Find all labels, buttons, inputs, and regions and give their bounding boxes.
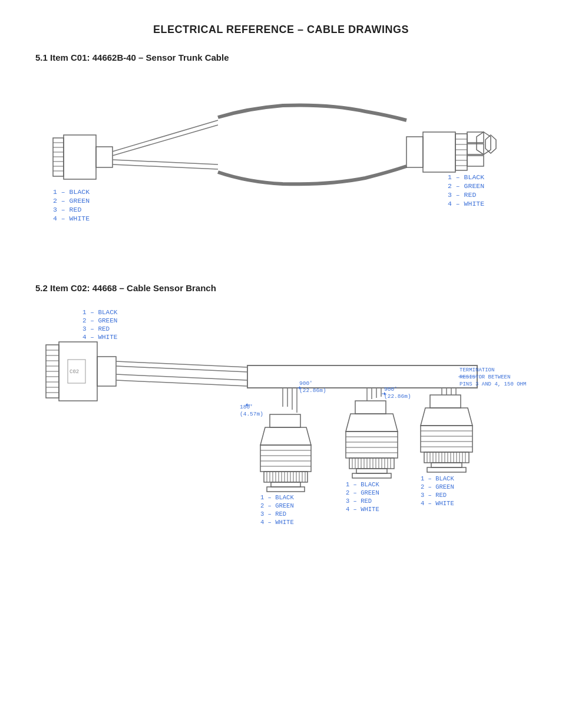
svg-marker-88 [260,427,311,445]
svg-text:1  –  BLACK: 1 – BLACK [346,481,379,488]
svg-rect-133 [356,469,387,473]
svg-text:1  –  BLACK: 1 – BLACK [260,494,294,501]
section-2-heading: 5.2 Item C02: 44668 – Cable Sensor Branc… [35,283,527,293]
svg-text:2  –  GREEN: 2 – GREEN [82,317,117,324]
svg-rect-15 [423,132,455,172]
svg-text:3  –  RED: 3 – RED [82,325,110,332]
svg-rect-8 [64,135,96,179]
svg-text:4  –  WHITE: 4 – WHITE [448,200,484,207]
svg-rect-94 [264,472,308,482]
svg-line-55 [116,366,247,372]
svg-rect-137 [421,426,472,452]
section-1-diagram: 1 – BLACK 2 – GREEN 3 – RED 4 – WHITE 1 … [35,73,527,262]
svg-line-11 [113,125,218,156]
svg-rect-87 [270,414,300,427]
svg-text:(22.86m): (22.86m) [299,387,326,394]
svg-marker-112 [346,414,398,431]
svg-text:2  –  GREEN: 2 – GREEN [448,182,484,190]
section-1: 5.1 Item C01: 44662B-40 – Sensor Trunk C… [35,52,527,262]
section2-svg: 1 – BLACK 2 – GREEN 3 – RED 4 – WHITE C0… [35,304,527,604]
svg-line-13 [113,164,218,169]
svg-rect-110 [267,487,305,492]
page-title: ELECTRICAL REFERENCE – CABLE DRAWINGS [35,24,527,36]
svg-rect-109 [271,482,300,487]
svg-text:2  –  GREEN: 2 – GREEN [260,502,294,509]
svg-text:3  –  RED: 3 – RED [53,206,81,213]
svg-text:1  –  BLACK: 1 – BLACK [53,188,90,196]
svg-text:2  –  GREEN: 2 – GREEN [53,197,90,205]
section-2-diagram: 1 – BLACK 2 – GREEN 3 – RED 4 – WHITE C0… [35,304,527,610]
svg-rect-158 [427,467,466,472]
svg-text:3  –  RED: 3 – RED [260,510,286,518]
svg-text:TERMINATION: TERMINATION [459,367,494,373]
svg-rect-157 [431,463,462,467]
svg-text:4  –  WHITE: 4 – WHITE [82,334,118,341]
svg-text:4  –  WHITE: 4 – WHITE [260,519,294,526]
svg-line-56 [116,374,247,380]
svg-text:3  –  RED: 3 – RED [448,191,476,199]
section-2: 5.2 Item C02: 44668 – Cable Sensor Branc… [35,283,527,610]
svg-text:4  –  WHITE: 4 – WHITE [53,215,90,222]
svg-text:3  –  RED: 3 – RED [346,498,372,505]
svg-line-54 [116,361,247,367]
svg-rect-113 [346,431,398,458]
svg-text:900': 900' [299,380,313,387]
svg-line-57 [116,380,247,386]
svg-rect-14 [406,137,423,167]
section-1-heading: 5.1 Item C01: 44662B-40 – Sensor Trunk C… [35,52,527,62]
svg-rect-25 [467,156,484,166]
svg-rect-89 [260,445,311,472]
svg-text:900': 900' [384,386,398,393]
svg-text:3  –  RED: 3 – RED [421,492,447,499]
svg-text:2  –  GREEN: 2 – GREEN [421,483,454,490]
svg-rect-134 [352,473,391,478]
svg-text:1  –  BLACK: 1 – BLACK [448,173,484,181]
svg-text:C02: C02 [70,369,79,375]
svg-text:(4.57m): (4.57m) [240,411,263,417]
svg-marker-136 [421,408,472,426]
svg-rect-58 [247,365,477,388]
svg-rect-53 [97,357,116,386]
svg-text:4  –  WHITE: 4 – WHITE [421,500,454,507]
section1-svg: 1 – BLACK 2 – GREEN 3 – RED 4 – WHITE 1 … [35,73,527,250]
svg-text:RESISTOR BETWEEN: RESISTOR BETWEEN [459,374,510,380]
svg-text:1  –  BLACK: 1 – BLACK [82,309,118,316]
svg-text:4  –  WHITE: 4 – WHITE [346,506,379,513]
svg-text:(22.86m): (22.86m) [384,393,411,400]
svg-text:1  –  BLACK: 1 – BLACK [421,475,454,482]
svg-text:PINS 3 AND 4, 150 OHM: PINS 3 AND 4, 150 OHM [459,381,526,387]
svg-rect-9 [96,147,113,167]
svg-line-10 [113,120,218,151]
svg-text:2  –  GREEN: 2 – GREEN [346,489,379,496]
svg-rect-111 [355,401,386,414]
svg-line-12 [113,160,218,164]
svg-rect-135 [430,395,461,408]
